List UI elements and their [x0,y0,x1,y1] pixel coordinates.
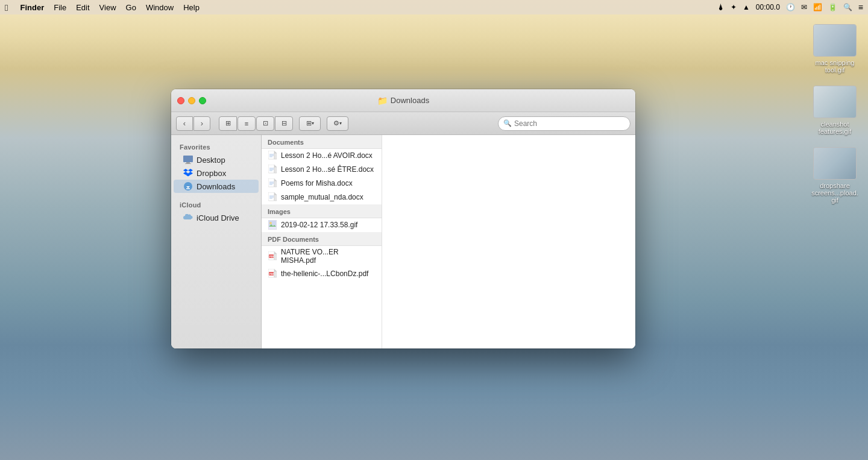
file-item-doc-1[interactable]: Lesson 2 Ho...é AVOIR.docx [262,149,382,163]
search-bar[interactable]: 🔍 [498,116,631,131]
forward-button[interactable]: › [193,116,210,131]
file-name-doc-1: Lesson 2 Ho...é AVOIR.docx [281,151,373,160]
sidebar-item-downloads-label: Downloads [197,182,235,191]
file-name-doc-3: Poems for Misha.docx [281,179,353,187]
docx-icon-1 [268,151,277,160]
svg-text:PDF: PDF [269,255,275,258]
pdf-icon-2: PDF [268,269,277,279]
menubar-window[interactable]: Window [146,3,174,12]
desktop-file-2[interactable]: cleanshot features.gif [808,86,862,135]
docx-icon-4 [268,192,277,202]
svg-rect-23 [268,178,274,187]
icloud-drive-icon [183,213,193,222]
svg-rect-25 [274,181,277,187]
apple-menu[interactable]:  [5,2,8,13]
titlebar-title: 📁 Downloads [377,96,429,106]
file-item-doc-4[interactable]: sample_mutual_nda.docx [262,191,382,204]
svg-marker-3 [183,169,188,172]
file-item-pdf-2[interactable]: PDF the-hellenic-...LCbonDz.pdf [262,267,382,281]
docx-icon-3 [268,178,277,188]
desktop-file-label-2: cleanshot features.gif [811,121,859,135]
desktop-file-3[interactable]: dropshare screens...pload.gif [808,147,862,204]
view-column-button[interactable]: ⊡ [256,116,274,131]
favorites-label: Favorites [171,141,261,153]
file-item-doc-3[interactable]: Poems for Misha.docx [262,177,382,191]
file-name-pdf-1: NATURE VO...ER MISHA.pdf [281,248,376,265]
maximize-button[interactable] [199,97,206,104]
desktop-thumb-3 [813,147,857,180]
sidebar-item-downloads[interactable]: Downloads [174,180,259,193]
group-icon: ⊞ [306,119,312,127]
menubar-edit[interactable]: Edit [76,3,89,12]
action-buttons: ⚙ ▾ [327,116,348,131]
icon-view-icon: ⊞ [225,119,231,127]
desktop-thumb-1 [813,24,857,57]
file-name-doc-2: Lesson 2 Ho...sé ÊTRE.docx [281,165,374,174]
view-list-button[interactable]: ≡ [237,116,256,131]
droplet-icon: 🌢 [717,3,725,11]
list-view-icon: ≡ [245,120,248,127]
svg-rect-41 [274,254,277,260]
svg-marker-4 [188,169,193,172]
menubar-finder[interactable]: Finder [20,3,44,12]
desktop-file-1[interactable]: mac snipping tool.gif [808,24,862,74]
menubar:  Finder File Edit View Go Window Help 🌢… [0,0,868,14]
desktop-file-label-3: dropshare screens...pload.gif [811,182,859,204]
menubar-left:  Finder File Edit View Go Window Help [5,2,200,13]
desktop-items: mac snipping tool.gif cleanshot features… [808,24,862,204]
traffic-lights [177,97,206,104]
svg-rect-0 [183,156,193,162]
view-buttons: ⊞ ≡ ⊡ ⊟ [219,116,293,131]
nav-buttons: ‹ › [176,116,210,131]
svg-rect-29 [268,192,274,201]
file-item-doc-2[interactable]: Lesson 2 Ho...sé ÊTRE.docx [262,163,382,177]
close-button[interactable] [177,97,184,104]
finder-window: 📁 Downloads ‹ › ⊞ ≡ ⊡ ⊟ ⊞ ▾ [171,89,635,348]
downloads-icon [183,181,193,191]
menubar-go[interactable]: Go [126,3,136,12]
svg-text:PDF: PDF [269,273,275,276]
svg-rect-31 [274,195,277,201]
menubar-help[interactable]: Help [183,3,200,12]
pdf-icon-1: PDF [268,251,277,261]
docx-icon-2 [268,165,277,174]
folder-icon: 📁 [377,96,388,106]
svg-point-37 [269,222,272,224]
svg-rect-1 [186,162,190,163]
view-icon-button[interactable]: ⊞ [219,116,237,131]
search-menubar-icon[interactable]: 🔍 [843,3,852,11]
desktop-icon [183,155,193,165]
wifi-icon: 📶 [813,3,822,11]
gear-dropdown-icon: ▾ [339,121,342,126]
dropbox-icon [183,168,193,178]
group-button[interactable]: ⊞ ▾ [299,116,321,131]
file-item-img-1[interactable]: 2019-02-12 17.33.58.gif [262,218,382,232]
sidebar-item-icloud-drive[interactable]: iCloud Drive [174,211,259,224]
view-cover-button[interactable]: ⊟ [275,116,293,131]
file-name-img-1: 2019-02-12 17.33.58.gif [281,221,357,229]
window-title: Downloads [391,96,429,105]
sidebar-item-dropbox[interactable]: Dropbox [174,166,259,180]
menubar-view[interactable]: View [99,3,116,12]
svg-rect-2 [185,163,191,164]
documents-header: Documents [262,135,382,149]
battery-icon: 🔋 [828,3,837,11]
icloud-label: iCloud [171,199,261,211]
desktop-file-label-1: mac snipping tool.gif [811,59,859,74]
minimize-button[interactable] [188,97,195,104]
svg-marker-24 [274,178,277,181]
time-display: 00:00.0 [756,3,780,11]
dropbox-menubar-icon: ✦ [731,3,737,11]
menubar-file[interactable]: File [54,3,66,12]
file-item-pdf-1[interactable]: PDF NATURE VO...ER MISHA.pdf [262,246,382,267]
file-area: Documents Lesson 2 Ho...é AVOIR.docx [262,135,635,348]
svg-rect-46 [274,271,277,277]
notification-icon[interactable]: ≡ [858,2,863,12]
menubar-right: 🌢 ✦ ▲ 00:00.0 🕐 ✉ 📶 🔋 🔍 ≡ [717,2,863,12]
sidebar-item-desktop[interactable]: Desktop [174,153,259,166]
gear-button[interactable]: ⚙ ▾ [327,116,348,131]
search-input[interactable] [514,119,625,128]
pdf-header: PDF Documents [262,232,382,246]
titlebar: 📁 Downloads [171,89,635,112]
back-button[interactable]: ‹ [176,116,193,131]
